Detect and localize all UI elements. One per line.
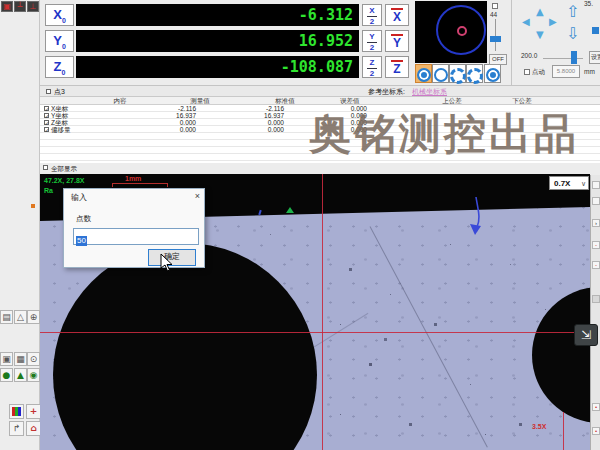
z-down-button[interactable]: ⇩	[566, 26, 579, 42]
jog-right-button[interactable]: ▶	[549, 17, 557, 27]
half-x-button[interactable]: X2	[362, 4, 382, 26]
watermark-text: 奥铭测控出品	[309, 106, 579, 162]
specimen-hole-right	[532, 287, 590, 423]
vmm-software-window: ▣ ┴ ⊥ ▤ △ ⊕ ▣ ▦ ⊙ ● ▲ ◉ + ↱ ⌂ X0 -6.312 …	[0, 0, 600, 450]
specimen-speckles	[40, 174, 41, 175]
half-y-button[interactable]: Y2	[362, 30, 382, 52]
row-standard: -2.116	[234, 105, 284, 112]
z-up-button[interactable]: ⇧	[566, 4, 579, 20]
side-slider-handle[interactable]	[592, 27, 599, 34]
mouse-cursor	[160, 253, 173, 272]
row-name: Z坐标	[51, 119, 68, 126]
crosshair-icon[interactable]: +	[26, 404, 41, 419]
strip-tool-icon[interactable]	[592, 197, 600, 205]
strip-tool-icon[interactable]	[592, 181, 600, 189]
light-mode-ring-button[interactable]	[432, 64, 449, 83]
minimize-to-corner-button[interactable]: ⇲	[574, 324, 598, 346]
tab-point3[interactable]: 点3	[54, 87, 65, 96]
col-standard: 标准值	[265, 97, 305, 105]
row-standard: 16.937	[234, 112, 284, 119]
zero-y-button[interactable]: Y	[385, 30, 409, 52]
axis-label-y: Y0	[45, 30, 74, 52]
show-all-checkbox[interactable]	[43, 165, 48, 170]
light-mode-segment8-button[interactable]	[466, 64, 483, 83]
ring-tool-icon[interactable]: ◉	[27, 368, 40, 382]
sub-magnification-label: 3.5X	[532, 423, 546, 430]
row-standard: 0.000	[234, 119, 284, 126]
strip-tool-icon[interactable]: •	[592, 403, 600, 411]
strip-tool-icon[interactable]: •	[592, 427, 600, 435]
row-measured: 16.937	[146, 112, 196, 119]
light-slider-handle[interactable]	[490, 36, 501, 42]
row-checkbox[interactable]: ✓	[44, 127, 49, 132]
circle-dot-tool-icon[interactable]: ⊙	[27, 352, 40, 366]
crosshair-horizontal	[40, 332, 590, 333]
dialog-title: 输入	[71, 192, 87, 203]
strip-tool-icon[interactable]: -	[592, 241, 600, 249]
unit-label: mm	[584, 68, 595, 75]
strip-tool-icon[interactable]: -	[592, 261, 600, 269]
settings-button[interactable]: 设置	[589, 51, 600, 64]
probe-arrow-icon[interactable]: ↱	[9, 421, 24, 436]
image-tool-icon[interactable]: ▦	[14, 352, 27, 366]
crosshair-vertical	[322, 174, 323, 450]
row-measured: 0.000	[146, 119, 196, 126]
light-slider-value: 44	[490, 11, 497, 18]
input-dialog: 输入 × 点数 50 确定	[63, 188, 205, 268]
jog-left-button[interactable]: ◀	[522, 17, 530, 27]
light-mode-aux-button[interactable]	[484, 64, 501, 83]
lens-magnification-select[interactable]: 0.7X ∨	[549, 176, 589, 190]
tab-icon	[46, 89, 51, 94]
chevron-right-icon[interactable]: ›	[592, 219, 600, 227]
light-mode-spot-button[interactable]	[415, 64, 432, 83]
chevron-down-icon: ∨	[581, 180, 586, 188]
shape-tool-b-icon[interactable]: ▣	[0, 352, 13, 366]
direction-arrow	[467, 196, 487, 241]
jog-up-button[interactable]: ▲	[536, 7, 544, 17]
half-z-button[interactable]: Z2	[362, 56, 382, 78]
light-slider-track[interactable]	[495, 19, 496, 51]
globe-tool-icon[interactable]: ⊕	[27, 310, 40, 324]
close-icon[interactable]: ×	[195, 191, 200, 201]
shape-tool-a-icon[interactable]: ▤	[0, 310, 13, 324]
row-name: X坐标	[51, 105, 68, 112]
speed-slider-handle[interactable]	[571, 51, 577, 64]
row-checkbox[interactable]: ✓	[44, 120, 49, 125]
ratio-readout: Ra	[44, 187, 53, 194]
scale-label: 1mm	[125, 175, 141, 182]
filled-triangle-tool-icon[interactable]: ▲	[14, 368, 27, 382]
ref-frame-link[interactable]: 机械坐标系	[412, 87, 447, 96]
row-checkbox[interactable]: ✓	[44, 113, 49, 118]
zero-x-button[interactable]: X	[385, 4, 409, 26]
zero-z-button[interactable]: Z	[385, 56, 409, 78]
window-tool-icon-3[interactable]: ⊥	[27, 1, 39, 12]
light-mode-segment4-button[interactable]	[449, 64, 466, 83]
strip-tool-icon[interactable]	[592, 295, 600, 303]
jog-mode-checkbox[interactable]	[524, 69, 530, 75]
row-checkbox[interactable]: ✓	[44, 106, 49, 111]
filled-circle-tool-icon[interactable]: ●	[0, 368, 13, 382]
row-measured: -2.116	[146, 105, 196, 112]
speed-value: 200.0	[521, 52, 537, 59]
corner-value: 35.	[584, 0, 593, 7]
triangle-outline-tool-icon[interactable]: △	[14, 310, 27, 324]
panel-divider	[511, 0, 512, 86]
color-rgb-icon[interactable]	[9, 404, 24, 419]
points-input[interactable]: 50	[73, 228, 199, 245]
step-size-field[interactable]: 5.8000	[552, 65, 580, 78]
light-off-button[interactable]: OFF	[489, 54, 507, 65]
light-checkbox[interactable]	[492, 3, 498, 9]
speed-slider-track[interactable]	[543, 58, 583, 59]
row-measured: 0.000	[146, 126, 196, 133]
results-table-header: 内容 测量值 标准值 误差值 上公差 下公差 状态	[40, 97, 600, 105]
jog-down-button[interactable]: ▼	[536, 30, 544, 40]
scratch-line	[370, 226, 488, 447]
window-tool-icon-1[interactable]: ▣	[1, 1, 13, 12]
dro-display-z: -108.087	[76, 56, 359, 78]
window-tool-icon-2[interactable]: ┴	[14, 1, 26, 12]
magnification-readout: 47.2X, 27.8X	[44, 177, 84, 184]
center-light-indicator	[457, 26, 467, 36]
home-icon[interactable]: ⌂	[26, 421, 41, 436]
col-error: 误差值	[340, 97, 380, 105]
ref-frame-label: 参考坐标系:	[368, 87, 405, 96]
